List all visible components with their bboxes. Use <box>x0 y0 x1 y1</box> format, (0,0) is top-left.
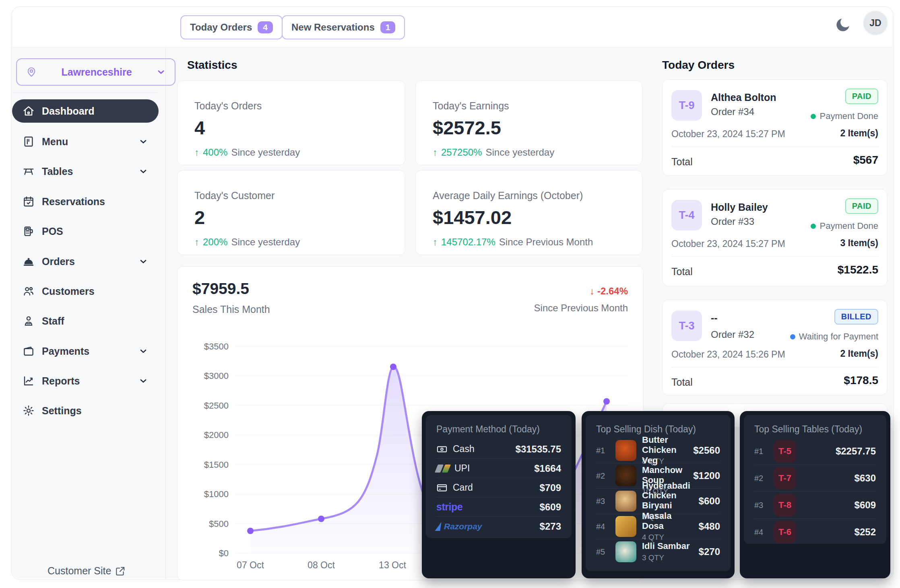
sidebar-section-divider <box>12 93 159 93</box>
payment-status-label: Waiting for Payment <box>799 331 878 342</box>
chevron-down-icon <box>138 137 148 146</box>
sidebar-item-tables[interactable]: Tables <box>12 160 159 183</box>
dark-mode-toggle[interactable] <box>834 16 852 34</box>
stat-value: 4 <box>194 117 388 139</box>
y-axis-tick: $1000 <box>176 489 229 500</box>
dish-row: #5 Idli Sambar 3 QTY $270 <box>596 539 720 564</box>
dish-qty: 3 QTY <box>642 553 690 562</box>
table-rank: #2 <box>754 474 768 483</box>
users-icon <box>23 285 35 297</box>
sales-total: $7959.5 <box>192 280 249 298</box>
table-row: #1 T-5 $2257.75 <box>754 438 876 465</box>
chevron-down-icon <box>138 167 148 176</box>
sidebar-item-label: Customers <box>42 286 95 297</box>
table-chip-red: T-5 <box>774 440 796 463</box>
order-number: Order #32 <box>711 329 754 340</box>
stat-delta-value: 257250% <box>441 147 482 158</box>
gear-icon <box>23 405 35 417</box>
sidebar-item-settings[interactable]: Settings <box>12 399 159 422</box>
table-chip-red: T-6 <box>774 521 796 543</box>
table-chip-red: T-8 <box>774 494 796 516</box>
x-axis-tick: 08 Oct <box>297 560 345 571</box>
moon-icon <box>834 16 852 34</box>
table-chip: T-9 <box>671 90 702 121</box>
dish-value: $600 <box>699 495 720 507</box>
dish-row: #4 Masala Dosa 4 QTY $480 <box>596 514 720 539</box>
dish-name: Idli Sambar <box>642 541 690 551</box>
dish-rank: #5 <box>596 547 610 557</box>
payment-value: $609 <box>540 502 561 513</box>
sidebar-item-pos[interactable]: POS <box>12 220 159 243</box>
sidebar-item-orders[interactable]: Orders <box>12 250 159 273</box>
order-card[interactable]: T-4 Holly Bailey Order #33 PAID Payment … <box>662 189 888 286</box>
order-card[interactable]: T-3 -- Order #32 BILLED Waiting for Paym… <box>662 300 888 395</box>
sidebar-item-label: Reports <box>42 375 80 387</box>
sidebar-item-dashboard[interactable]: Dashboard <box>12 99 159 123</box>
sales-delta: ↓ -2.64% <box>507 286 628 297</box>
sidebar-item-customers[interactable]: Customers <box>12 280 159 303</box>
x-axis-tick: 13 Oct <box>368 560 417 571</box>
payment-status-label: Payment Done <box>819 221 878 231</box>
new-reservations-button[interactable]: New Reservations 1 <box>282 15 405 39</box>
stat-delta-note: Since Previous Month <box>499 236 593 248</box>
today-orders-button[interactable]: Today Orders 4 <box>180 15 283 39</box>
dish-image <box>615 516 636 537</box>
sidebar-item-reservations[interactable]: Reservations <box>12 190 159 213</box>
total-label: Total <box>671 156 693 168</box>
table-chip: T-3 <box>671 310 702 341</box>
top-selling-tables-panel: Top Selling Tables (Today) #1 T-5 $2257.… <box>740 411 890 578</box>
dish-qty: 4 QTY <box>642 533 693 542</box>
order-total: $567 <box>853 154 878 167</box>
sidebar-item-reports[interactable]: Reports <box>12 369 159 393</box>
table-value: $2257.75 <box>836 446 876 457</box>
stat-label: Today's Earnings <box>433 100 625 112</box>
status-dot <box>811 114 816 119</box>
location-selector[interactable]: Lawrenceshire <box>16 58 175 86</box>
dish-name: Butter Chicken <box>642 435 687 454</box>
top-tables-title: Top Selling Tables (Today) <box>754 424 876 435</box>
razorpay-bolt-icon <box>435 522 443 531</box>
dish-rank: #2 <box>596 471 610 481</box>
dish-image <box>615 465 636 486</box>
dish-name: Hyderabadi Chicken Biryani <box>642 481 693 510</box>
sidebar-item-label: Dashboard <box>42 105 95 117</box>
stat-value: 2 <box>194 206 388 228</box>
dish-value: $1200 <box>693 470 720 481</box>
today-orders-button-label: Today Orders <box>190 22 252 33</box>
sidebar-item-staff[interactable]: Staff <box>12 309 159 333</box>
calendar-check-icon <box>23 195 35 208</box>
stat-card-todays-earnings: Today's Earnings $2572.5 ↑ 257250% Since… <box>415 80 642 165</box>
status-badge: BILLED <box>834 309 878 325</box>
dish-rank: #3 <box>596 497 610 506</box>
sales-delta-value: -2.64% <box>597 286 628 296</box>
dashboard-page: Today Orders 4 New Reservations 1 JD Law… <box>0 0 900 588</box>
payment-value: $31535.75 <box>516 444 561 455</box>
statistics-title: Statistics <box>187 59 237 72</box>
stat-delta-note: Since yesterday <box>231 236 300 248</box>
wallet-icon <box>23 345 35 357</box>
user-avatar[interactable]: JD <box>863 10 888 35</box>
stat-value: $1457.02 <box>433 206 625 228</box>
order-number: Order #33 <box>711 216 754 227</box>
customer-site-link[interactable]: Customer Site <box>47 565 126 577</box>
location-label: Lawrenceshire <box>37 66 156 78</box>
table-row: #4 T-6 $252 <box>754 519 876 545</box>
sales-subtitle: Sales This Month <box>192 304 270 315</box>
table-value: $609 <box>855 500 876 511</box>
sidebar-item-payments[interactable]: Payments <box>12 339 159 363</box>
status-dot <box>790 334 795 339</box>
dish-value: $270 <box>699 546 720 557</box>
stat-delta-value: 145702.17% <box>441 236 495 248</box>
payment-method-panel: Payment Method (Today) Cash $31535.75 UP… <box>422 411 576 578</box>
customer-name: Althea Bolton <box>711 92 776 103</box>
stripe-logo: stripe <box>436 501 462 513</box>
avatar-initials: JD <box>869 18 881 29</box>
upi-logo-icon <box>436 465 449 473</box>
order-card[interactable]: T-9 Althea Bolton Order #34 PAID Payment… <box>662 79 888 176</box>
sidebar-item-menu[interactable]: Menu <box>12 130 159 153</box>
order-items-count: 2 Item(s) <box>840 128 878 139</box>
status-dot <box>811 224 816 229</box>
chart-trend-icon <box>23 375 35 387</box>
stat-delta-value: 200% <box>203 236 227 248</box>
order-card-divider <box>671 146 878 147</box>
